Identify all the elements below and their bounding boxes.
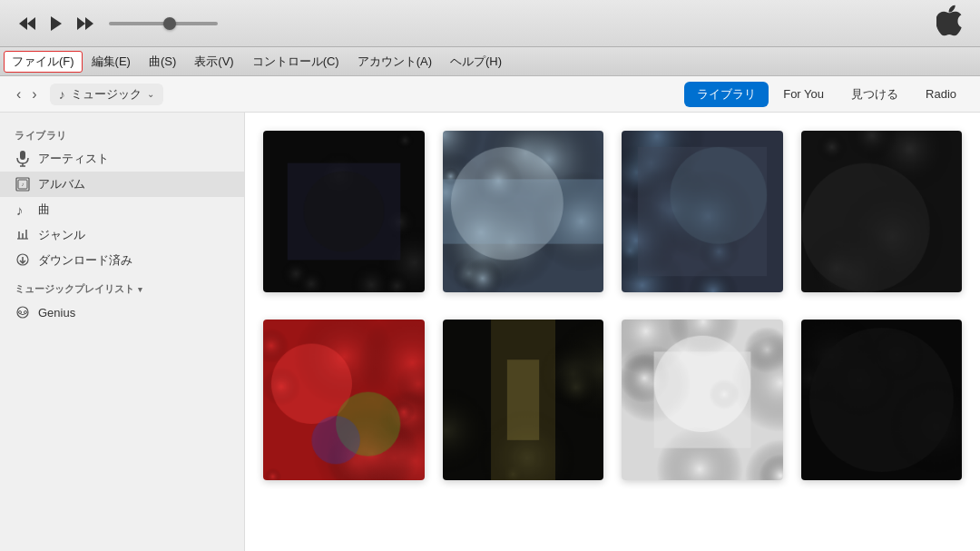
- nav-forward-button[interactable]: ›: [26, 83, 42, 106]
- sidebar: ライブラリ アーティスト ♪ アルバム: [0, 113, 245, 551]
- genius-label: Genius: [38, 306, 75, 320]
- nav-bar: ‹ › ♪ ミュージック ⌄ ライブラリ For You 見つける Radio: [0, 76, 980, 113]
- nav-back-button[interactable]: ‹: [11, 83, 26, 106]
- fast-forward-button[interactable]: [73, 13, 98, 34]
- music-note-icon: ♪: [59, 87, 65, 102]
- album-card-7[interactable]: [622, 320, 783, 490]
- albums-label: アルバム: [38, 176, 85, 192]
- svg-marker-2: [51, 16, 62, 31]
- sidebar-item-artists[interactable]: アーティスト: [0, 146, 244, 172]
- genre-icon: [15, 227, 31, 243]
- songs-label: 曲: [38, 202, 50, 218]
- sidebar-item-downloaded[interactable]: ダウンロード済み: [0, 248, 244, 273]
- microphone-icon: [15, 151, 31, 167]
- svg-text:♪: ♪: [16, 202, 24, 217]
- menu-bar: ファイル(F) 編集(E) 曲(S) 表示(V) コントロール(C) アカウント…: [0, 47, 980, 76]
- rewind-button[interactable]: [15, 13, 40, 34]
- title-bar: [0, 0, 980, 47]
- svg-marker-1: [27, 17, 35, 30]
- album-cover-4: [801, 131, 963, 292]
- tab-discover[interactable]: 見つける: [838, 82, 911, 107]
- album-card-8[interactable]: [801, 320, 963, 490]
- volume-slider-container: [109, 22, 218, 25]
- album-icon: ♪: [15, 176, 31, 192]
- sidebar-item-songs[interactable]: ♪ 曲: [0, 197, 244, 222]
- tab-radio[interactable]: Radio: [913, 83, 969, 105]
- album-card-2[interactable]: [443, 131, 604, 301]
- menu-item-controls[interactable]: コントロール(C): [243, 50, 348, 74]
- album-card-1[interactable]: [263, 131, 425, 301]
- svg-rect-5: [20, 151, 25, 160]
- album-cover-6: [443, 320, 604, 481]
- album-card-6[interactable]: [443, 320, 604, 490]
- volume-thumb: [163, 17, 176, 30]
- menu-item-song[interactable]: 曲(S): [140, 50, 185, 74]
- album-grid-container: [245, 113, 980, 551]
- album-card-4[interactable]: [801, 131, 963, 301]
- svg-marker-0: [19, 17, 27, 30]
- sidebar-item-genres[interactable]: ジャンル: [0, 222, 244, 248]
- menu-item-edit[interactable]: 編集(E): [83, 50, 140, 74]
- svg-marker-4: [85, 17, 93, 30]
- menu-item-help[interactable]: ヘルプ(H): [441, 50, 511, 74]
- playlist-chevron-icon: ▾: [138, 285, 142, 294]
- play-button[interactable]: [45, 12, 67, 35]
- album-cover-7: [622, 320, 783, 481]
- transport-controls: [15, 12, 98, 35]
- playlist-title-label: ミュージックプレイリスト: [15, 282, 134, 296]
- genres-label: ジャンル: [38, 227, 85, 243]
- downloaded-label: ダウンロード済み: [38, 252, 132, 269]
- album-cover-3: [622, 131, 783, 292]
- svg-point-19: [19, 311, 22, 314]
- menu-item-file[interactable]: ファイル(F): [4, 51, 83, 73]
- playlist-section-title[interactable]: ミュージックプレイリスト ▾: [0, 273, 244, 300]
- sidebar-item-albums[interactable]: ♪ アルバム: [0, 172, 244, 197]
- genius-icon: [15, 304, 31, 320]
- album-card-3[interactable]: [622, 131, 783, 301]
- album-card-5[interactable]: [263, 320, 425, 490]
- album-cover-8: [801, 320, 963, 481]
- album-cover-1: [263, 131, 425, 292]
- tab-library[interactable]: ライブラリ: [684, 82, 769, 107]
- main-layout: ライブラリ アーティスト ♪ アルバム: [0, 113, 980, 551]
- sidebar-item-genius[interactable]: Genius: [0, 300, 244, 325]
- nav-location: ♪ ミュージック ⌄: [50, 84, 163, 105]
- svg-point-20: [24, 311, 27, 314]
- album-cover-5: [263, 320, 425, 481]
- album-grid: [263, 131, 962, 489]
- artists-label: アーティスト: [38, 151, 109, 167]
- library-section-title: ライブラリ: [0, 123, 244, 146]
- nav-dropdown-icon[interactable]: ⌄: [147, 89, 154, 99]
- menu-item-account[interactable]: アカウント(A): [348, 50, 441, 74]
- volume-slider[interactable]: [109, 22, 218, 25]
- menu-item-view[interactable]: 表示(V): [185, 50, 242, 74]
- tab-buttons: ライブラリ For You 見つける Radio: [684, 82, 969, 107]
- album-cover-2: [443, 131, 604, 292]
- note-icon: ♪: [15, 202, 31, 218]
- download-icon: [15, 252, 31, 269]
- tab-for-you[interactable]: For You: [770, 83, 837, 105]
- svg-marker-3: [77, 17, 85, 30]
- svg-text:♪: ♪: [22, 182, 24, 187]
- nav-location-label: ミュージック: [71, 86, 142, 103]
- apple-logo-icon: [936, 5, 962, 42]
